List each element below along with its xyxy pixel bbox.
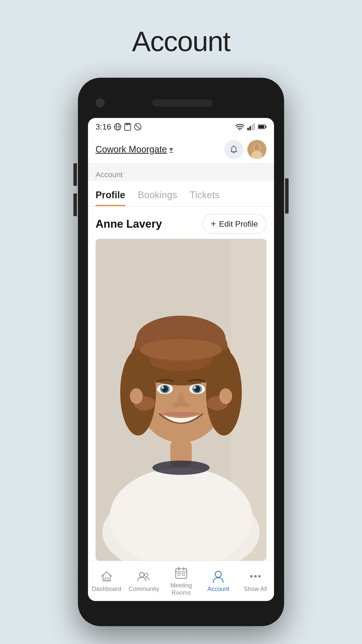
svg-rect-61 [182,573,185,575]
nav-item-account[interactable]: Account [203,569,233,593]
workspace-selector[interactable]: Cowork Moorgate ▾ [96,144,173,155]
front-camera [96,98,105,107]
nav-item-meeting-rooms[interactable]: Meeting Rooms [166,566,196,596]
bell-icon [229,145,239,154]
edit-profile-button[interactable]: + Edit Profile [202,214,266,234]
speaker-grille [152,99,212,106]
volume-button-1 [73,163,77,186]
svg-rect-5 [127,123,128,125]
svg-rect-12 [251,125,253,130]
power-button [285,178,289,214]
sensors [260,98,269,107]
more-dots-icon [248,569,262,583]
app-bar-actions [224,140,266,159]
nav-item-community[interactable]: Community [129,569,159,593]
app-bar: Cowork Moorgate ▾ [88,136,274,163]
wifi-icon [235,123,244,130]
svg-point-49 [173,402,180,407]
nav-label-dashboard: Dashboard [92,585,121,593]
svg-point-63 [250,575,253,578]
profile-image-container [96,239,266,561]
svg-point-31 [152,461,210,475]
globe-icon [114,123,122,131]
svg-rect-16 [265,126,266,128]
volume-button-2 [73,193,77,216]
section-label-text: Account [96,170,123,179]
svg-rect-11 [249,126,251,130]
profile-content: Anne Lavery + Edit Profile [88,207,274,561]
nav-label-meeting-rooms: Meeting Rooms [170,582,192,596]
status-bar: 3:16 [88,118,274,136]
battery-icon [258,124,266,129]
svg-point-55 [145,573,148,577]
screen: 3:16 [88,118,274,601]
status-icons-right [235,123,266,130]
svg-rect-15 [259,125,264,128]
page-title-text: Account [132,25,230,58]
bottom-nav: Dashboard Community [88,561,274,601]
workspace-name-text: Cowork Moorgate [96,144,167,155]
tabs-bar: Profile Bookings Tickets [88,181,274,207]
svg-point-52 [207,396,228,411]
nav-label-show-all: Show All [244,585,267,593]
svg-point-65 [258,575,261,578]
tab-tickets[interactable]: Tickets [190,190,220,206]
svg-rect-10 [247,128,249,130]
user-avatar-button[interactable] [247,140,266,159]
svg-point-38 [140,339,222,360]
svg-point-9 [239,129,241,131]
svg-rect-6 [129,123,130,125]
tab-profile[interactable]: Profile [96,190,125,206]
phone-top-bar [78,78,284,118]
svg-point-54 [140,573,144,577]
profile-header: Anne Lavery + Edit Profile [88,207,274,239]
profile-portrait [96,239,266,561]
nav-label-account: Account [207,585,229,593]
svg-point-48 [194,386,196,389]
community-icon [137,569,151,583]
svg-point-64 [254,575,257,578]
account-icon [211,569,225,583]
calendar-icon [174,566,188,580]
nav-item-show-all[interactable]: Show All [240,569,270,593]
nav-label-community: Community [129,585,159,593]
svg-rect-60 [178,573,180,575]
profile-name: Anne Lavery [96,218,162,230]
phone-shell: 3:16 [78,78,284,626]
chevron-down-icon: ▾ [169,145,173,153]
signal-icon [247,123,255,130]
svg-point-51 [134,396,155,411]
notification-bell-button[interactable] [224,140,243,159]
home-icon [100,569,114,583]
edit-profile-label: Edit Profile [219,219,258,229]
svg-point-22 [254,144,259,150]
svg-rect-56 [176,569,187,578]
svg-line-8 [135,124,140,129]
section-label-area: Account [88,163,274,181]
tab-bookings[interactable]: Bookings [138,190,177,206]
sd-card-icon [124,123,131,131]
svg-rect-13 [253,123,255,130]
svg-point-62 [215,571,221,577]
svg-rect-53 [105,578,108,581]
svg-point-44 [162,386,164,389]
svg-rect-4 [126,123,127,125]
svg-point-50 [183,402,189,407]
plus-icon: + [211,219,216,229]
nav-item-dashboard[interactable]: Dashboard [92,569,122,593]
status-time: 3:16 [96,122,111,132]
no-sign-icon [134,123,142,131]
